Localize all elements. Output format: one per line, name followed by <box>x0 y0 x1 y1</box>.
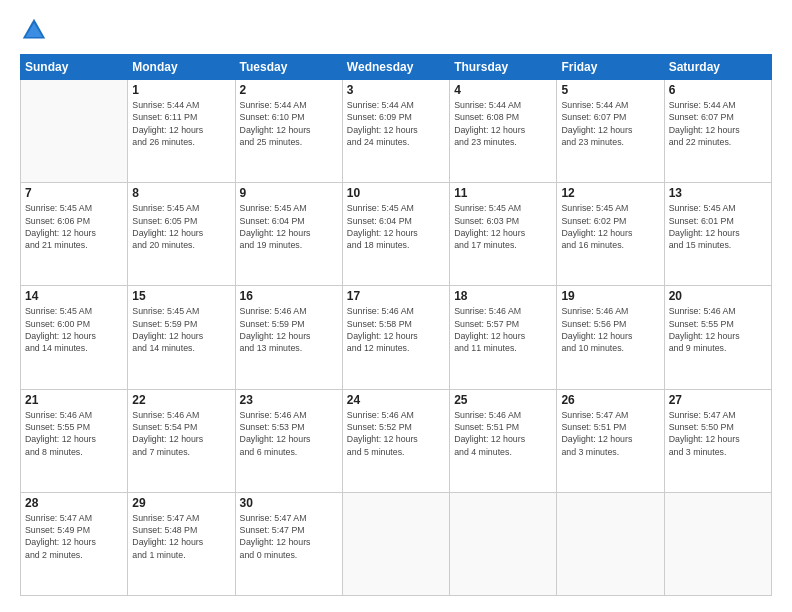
day-number: 12 <box>561 186 659 200</box>
calendar-cell <box>342 492 449 595</box>
calendar-cell: 28Sunrise: 5:47 AM Sunset: 5:49 PM Dayli… <box>21 492 128 595</box>
day-number: 11 <box>454 186 552 200</box>
day-number: 4 <box>454 83 552 97</box>
calendar-cell <box>557 492 664 595</box>
calendar-cell: 5Sunrise: 5:44 AM Sunset: 6:07 PM Daylig… <box>557 80 664 183</box>
weekday-header: Wednesday <box>342 55 449 80</box>
calendar-cell: 22Sunrise: 5:46 AM Sunset: 5:54 PM Dayli… <box>128 389 235 492</box>
calendar-cell: 12Sunrise: 5:45 AM Sunset: 6:02 PM Dayli… <box>557 183 664 286</box>
calendar-cell: 2Sunrise: 5:44 AM Sunset: 6:10 PM Daylig… <box>235 80 342 183</box>
weekday-header: Friday <box>557 55 664 80</box>
calendar-week-row: 14Sunrise: 5:45 AM Sunset: 6:00 PM Dayli… <box>21 286 772 389</box>
calendar-cell: 16Sunrise: 5:46 AM Sunset: 5:59 PM Dayli… <box>235 286 342 389</box>
day-number: 6 <box>669 83 767 97</box>
day-number: 19 <box>561 289 659 303</box>
day-number: 23 <box>240 393 338 407</box>
weekday-header: Saturday <box>664 55 771 80</box>
day-info: Sunrise: 5:44 AM Sunset: 6:07 PM Dayligh… <box>561 99 659 148</box>
day-info: Sunrise: 5:47 AM Sunset: 5:47 PM Dayligh… <box>240 512 338 561</box>
day-number: 8 <box>132 186 230 200</box>
day-info: Sunrise: 5:45 AM Sunset: 6:04 PM Dayligh… <box>347 202 445 251</box>
day-number: 18 <box>454 289 552 303</box>
day-number: 13 <box>669 186 767 200</box>
calendar-cell: 1Sunrise: 5:44 AM Sunset: 6:11 PM Daylig… <box>128 80 235 183</box>
day-info: Sunrise: 5:47 AM Sunset: 5:50 PM Dayligh… <box>669 409 767 458</box>
calendar-cell: 4Sunrise: 5:44 AM Sunset: 6:08 PM Daylig… <box>450 80 557 183</box>
day-number: 17 <box>347 289 445 303</box>
calendar-cell: 15Sunrise: 5:45 AM Sunset: 5:59 PM Dayli… <box>128 286 235 389</box>
day-info: Sunrise: 5:46 AM Sunset: 5:54 PM Dayligh… <box>132 409 230 458</box>
calendar-cell: 23Sunrise: 5:46 AM Sunset: 5:53 PM Dayli… <box>235 389 342 492</box>
calendar-cell <box>450 492 557 595</box>
day-info: Sunrise: 5:44 AM Sunset: 6:10 PM Dayligh… <box>240 99 338 148</box>
day-info: Sunrise: 5:47 AM Sunset: 5:48 PM Dayligh… <box>132 512 230 561</box>
calendar-cell: 7Sunrise: 5:45 AM Sunset: 6:06 PM Daylig… <box>21 183 128 286</box>
day-number: 27 <box>669 393 767 407</box>
day-info: Sunrise: 5:45 AM Sunset: 6:01 PM Dayligh… <box>669 202 767 251</box>
calendar-cell: 27Sunrise: 5:47 AM Sunset: 5:50 PM Dayli… <box>664 389 771 492</box>
calendar-cell: 20Sunrise: 5:46 AM Sunset: 5:55 PM Dayli… <box>664 286 771 389</box>
calendar-cell: 30Sunrise: 5:47 AM Sunset: 5:47 PM Dayli… <box>235 492 342 595</box>
day-info: Sunrise: 5:47 AM Sunset: 5:49 PM Dayligh… <box>25 512 123 561</box>
day-info: Sunrise: 5:44 AM Sunset: 6:11 PM Dayligh… <box>132 99 230 148</box>
day-info: Sunrise: 5:46 AM Sunset: 5:53 PM Dayligh… <box>240 409 338 458</box>
weekday-header: Monday <box>128 55 235 80</box>
day-number: 28 <box>25 496 123 510</box>
calendar-cell: 25Sunrise: 5:46 AM Sunset: 5:51 PM Dayli… <box>450 389 557 492</box>
calendar-header-row: SundayMondayTuesdayWednesdayThursdayFrid… <box>21 55 772 80</box>
calendar-cell: 21Sunrise: 5:46 AM Sunset: 5:55 PM Dayli… <box>21 389 128 492</box>
day-info: Sunrise: 5:44 AM Sunset: 6:08 PM Dayligh… <box>454 99 552 148</box>
day-number: 20 <box>669 289 767 303</box>
day-info: Sunrise: 5:45 AM Sunset: 6:06 PM Dayligh… <box>25 202 123 251</box>
calendar-week-row: 28Sunrise: 5:47 AM Sunset: 5:49 PM Dayli… <box>21 492 772 595</box>
weekday-header: Tuesday <box>235 55 342 80</box>
day-number: 16 <box>240 289 338 303</box>
day-info: Sunrise: 5:45 AM Sunset: 6:04 PM Dayligh… <box>240 202 338 251</box>
calendar-cell: 8Sunrise: 5:45 AM Sunset: 6:05 PM Daylig… <box>128 183 235 286</box>
day-info: Sunrise: 5:45 AM Sunset: 5:59 PM Dayligh… <box>132 305 230 354</box>
calendar-week-row: 21Sunrise: 5:46 AM Sunset: 5:55 PM Dayli… <box>21 389 772 492</box>
day-number: 15 <box>132 289 230 303</box>
day-info: Sunrise: 5:46 AM Sunset: 5:51 PM Dayligh… <box>454 409 552 458</box>
calendar-week-row: 1Sunrise: 5:44 AM Sunset: 6:11 PM Daylig… <box>21 80 772 183</box>
logo-icon <box>20 16 48 44</box>
calendar-cell: 11Sunrise: 5:45 AM Sunset: 6:03 PM Dayli… <box>450 183 557 286</box>
day-number: 24 <box>347 393 445 407</box>
day-number: 26 <box>561 393 659 407</box>
calendar-cell: 18Sunrise: 5:46 AM Sunset: 5:57 PM Dayli… <box>450 286 557 389</box>
day-info: Sunrise: 5:46 AM Sunset: 5:56 PM Dayligh… <box>561 305 659 354</box>
calendar-cell: 14Sunrise: 5:45 AM Sunset: 6:00 PM Dayli… <box>21 286 128 389</box>
page: SundayMondayTuesdayWednesdayThursdayFrid… <box>0 0 792 612</box>
calendar-cell: 19Sunrise: 5:46 AM Sunset: 5:56 PM Dayli… <box>557 286 664 389</box>
calendar-cell: 10Sunrise: 5:45 AM Sunset: 6:04 PM Dayli… <box>342 183 449 286</box>
day-number: 10 <box>347 186 445 200</box>
day-info: Sunrise: 5:46 AM Sunset: 5:55 PM Dayligh… <box>669 305 767 354</box>
calendar-cell: 17Sunrise: 5:46 AM Sunset: 5:58 PM Dayli… <box>342 286 449 389</box>
calendar-cell: 26Sunrise: 5:47 AM Sunset: 5:51 PM Dayli… <box>557 389 664 492</box>
calendar-cell: 29Sunrise: 5:47 AM Sunset: 5:48 PM Dayli… <box>128 492 235 595</box>
day-number: 5 <box>561 83 659 97</box>
day-info: Sunrise: 5:45 AM Sunset: 6:03 PM Dayligh… <box>454 202 552 251</box>
weekday-header: Thursday <box>450 55 557 80</box>
day-info: Sunrise: 5:46 AM Sunset: 5:58 PM Dayligh… <box>347 305 445 354</box>
calendar-cell: 24Sunrise: 5:46 AM Sunset: 5:52 PM Dayli… <box>342 389 449 492</box>
day-number: 9 <box>240 186 338 200</box>
day-number: 1 <box>132 83 230 97</box>
day-info: Sunrise: 5:46 AM Sunset: 5:59 PM Dayligh… <box>240 305 338 354</box>
calendar-cell <box>21 80 128 183</box>
day-info: Sunrise: 5:46 AM Sunset: 5:52 PM Dayligh… <box>347 409 445 458</box>
day-info: Sunrise: 5:47 AM Sunset: 5:51 PM Dayligh… <box>561 409 659 458</box>
calendar-week-row: 7Sunrise: 5:45 AM Sunset: 6:06 PM Daylig… <box>21 183 772 286</box>
day-number: 22 <box>132 393 230 407</box>
day-number: 30 <box>240 496 338 510</box>
calendar-cell <box>664 492 771 595</box>
day-number: 14 <box>25 289 123 303</box>
logo <box>20 16 54 44</box>
day-number: 25 <box>454 393 552 407</box>
day-info: Sunrise: 5:45 AM Sunset: 6:05 PM Dayligh… <box>132 202 230 251</box>
day-number: 29 <box>132 496 230 510</box>
day-number: 2 <box>240 83 338 97</box>
day-info: Sunrise: 5:44 AM Sunset: 6:09 PM Dayligh… <box>347 99 445 148</box>
day-info: Sunrise: 5:44 AM Sunset: 6:07 PM Dayligh… <box>669 99 767 148</box>
day-number: 7 <box>25 186 123 200</box>
